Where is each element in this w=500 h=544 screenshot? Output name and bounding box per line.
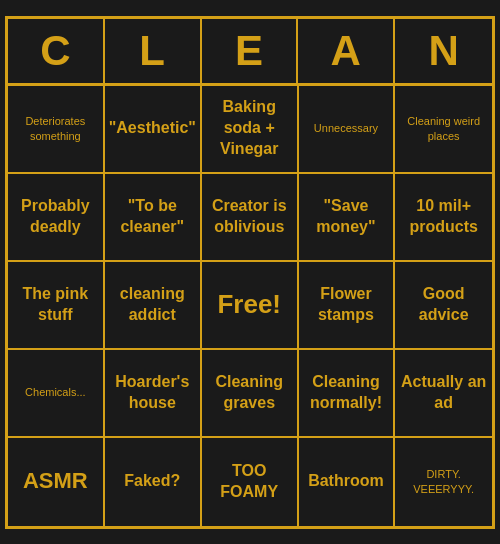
bingo-cell: Unnecessary [299,86,396,174]
bingo-cell: Deteriorates something [8,86,105,174]
header-letter: C [8,19,105,83]
header-letter: L [105,19,202,83]
bingo-cell: cleaning addict [105,262,202,350]
bingo-cell: Free! [202,262,299,350]
header-letter: N [395,19,492,83]
bingo-cell: Chemicals... [8,350,105,438]
header-letter: A [298,19,395,83]
header-letter: E [202,19,299,83]
bingo-cell: Actually an ad [395,350,492,438]
bingo-cell: Cleaning graves [202,350,299,438]
bingo-header: CLEAN [8,19,492,86]
bingo-cell: ASMR [8,438,105,526]
bingo-cell: Good advice [395,262,492,350]
bingo-cell: "Aesthetic" [105,86,202,174]
bingo-cell: Probably deadly [8,174,105,262]
bingo-cell: Cleaning weird places [395,86,492,174]
bingo-cell: The pink stuff [8,262,105,350]
bingo-cell: Baking soda + Vinegar [202,86,299,174]
bingo-cell: "Save money" [299,174,396,262]
bingo-cell: Flower stamps [299,262,396,350]
bingo-cell: "To be cleaner" [105,174,202,262]
bingo-grid: Deteriorates something"Aesthetic"Baking … [8,86,492,526]
bingo-cell: Cleaning normally! [299,350,396,438]
bingo-cell: DIRTY. VEEERYYY. [395,438,492,526]
bingo-cell: Bathroom [299,438,396,526]
bingo-cell: Hoarder's house [105,350,202,438]
bingo-cell: Creator is oblivious [202,174,299,262]
bingo-cell: TOO FOAMY [202,438,299,526]
bingo-cell: Faked? [105,438,202,526]
bingo-card: CLEAN Deteriorates something"Aesthetic"B… [5,16,495,529]
bingo-cell: 10 mil+ products [395,174,492,262]
